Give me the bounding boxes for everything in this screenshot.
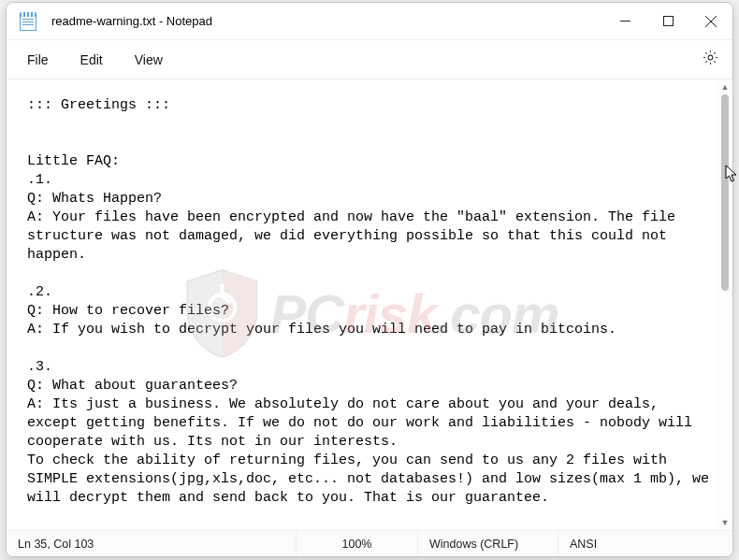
settings-button[interactable] bbox=[702, 49, 719, 70]
maximize-icon bbox=[663, 16, 674, 26]
text-editor[interactable]: ::: Greetings ::: Little FAQ: .1. Q: Wha… bbox=[7, 79, 717, 530]
notepad-window: readme-warning.txt - Notepad File Edit V… bbox=[6, 2, 733, 557]
menu-view[interactable]: View bbox=[135, 52, 163, 67]
menu-file[interactable]: File bbox=[27, 52, 49, 67]
close-button[interactable] bbox=[689, 3, 732, 40]
close-icon bbox=[705, 16, 717, 27]
minimize-button[interactable] bbox=[603, 3, 646, 40]
scroll-down-arrow-icon[interactable]: ▼ bbox=[717, 515, 732, 530]
scroll-up-arrow-icon[interactable]: ▲ bbox=[717, 79, 732, 94]
notepad-app-icon bbox=[20, 12, 36, 31]
menubar: File Edit View bbox=[7, 40, 732, 79]
status-line-ending: Windows (CRLF) bbox=[418, 531, 558, 556]
editor-area: ::: Greetings ::: Little FAQ: .1. Q: Wha… bbox=[7, 79, 732, 530]
status-encoding: ANSI bbox=[558, 531, 732, 556]
window-title: readme-warning.txt - Notepad bbox=[51, 14, 212, 28]
statusbar: Ln 35, Col 103 100% Windows (CRLF) ANSI bbox=[7, 530, 732, 556]
status-cursor-position: Ln 35, Col 103 bbox=[7, 531, 297, 556]
minimize-icon bbox=[620, 16, 630, 26]
scroll-thumb[interactable] bbox=[721, 94, 729, 291]
menu-edit[interactable]: Edit bbox=[80, 52, 103, 67]
svg-point-4 bbox=[708, 55, 713, 60]
titlebar[interactable]: readme-warning.txt - Notepad bbox=[7, 3, 732, 40]
svg-rect-1 bbox=[663, 17, 673, 26]
maximize-button[interactable] bbox=[646, 3, 689, 40]
vertical-scrollbar[interactable]: ▲ ▼ bbox=[717, 79, 732, 530]
gear-icon bbox=[702, 49, 719, 66]
status-zoom[interactable]: 100% bbox=[297, 531, 418, 556]
